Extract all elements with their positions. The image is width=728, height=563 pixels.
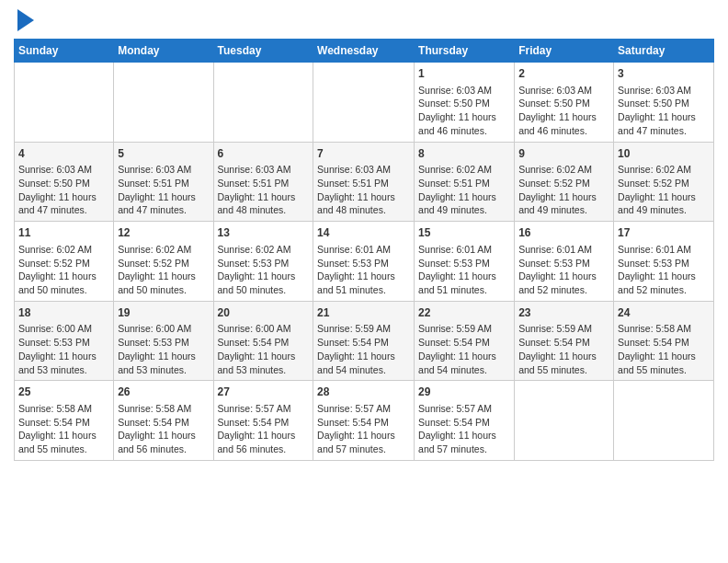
day-info: Sunrise: 6:02 AM Sunset: 5:52 PM Dayligh…	[18, 243, 109, 297]
calendar-cell: 20Sunrise: 6:00 AM Sunset: 5:54 PM Dayli…	[213, 301, 313, 381]
day-number: 17	[618, 225, 710, 241]
calendar-cell: 24Sunrise: 5:58 AM Sunset: 5:54 PM Dayli…	[614, 301, 714, 381]
calendar-cell: 16Sunrise: 6:01 AM Sunset: 5:53 PM Dayli…	[515, 222, 614, 302]
day-number: 28	[317, 385, 410, 400]
calendar-table: SundayMondayTuesdayWednesdayThursdayFrid…	[14, 39, 714, 461]
day-number: 24	[618, 305, 710, 321]
logo	[14, 9, 34, 31]
day-info: Sunrise: 6:02 AM Sunset: 5:52 PM Dayligh…	[118, 243, 209, 297]
calendar-cell: 13Sunrise: 6:02 AM Sunset: 5:53 PM Dayli…	[213, 222, 313, 302]
day-info: Sunrise: 6:03 AM Sunset: 5:51 PM Dayligh…	[218, 163, 310, 217]
calendar-cell: 8Sunrise: 6:02 AM Sunset: 5:51 PM Daylig…	[415, 142, 515, 222]
day-number: 20	[218, 305, 310, 321]
day-number: 15	[418, 225, 510, 241]
day-info: Sunrise: 6:02 AM Sunset: 5:52 PM Dayligh…	[618, 163, 710, 217]
calendar-cell: 1Sunrise: 6:03 AM Sunset: 5:50 PM Daylig…	[415, 63, 515, 143]
day-info: Sunrise: 5:59 AM Sunset: 5:54 PM Dayligh…	[418, 322, 510, 376]
calendar-cell: 19Sunrise: 6:00 AM Sunset: 5:53 PM Dayli…	[114, 301, 213, 381]
calendar-cell: 6Sunrise: 6:03 AM Sunset: 5:51 PM Daylig…	[213, 142, 313, 222]
calendar-cell: 26Sunrise: 5:58 AM Sunset: 5:54 PM Dayli…	[114, 381, 213, 461]
calendar-cell: 9Sunrise: 6:02 AM Sunset: 5:52 PM Daylig…	[515, 142, 614, 222]
day-number: 1	[418, 66, 510, 82]
day-info: Sunrise: 5:58 AM Sunset: 5:54 PM Dayligh…	[18, 402, 109, 456]
calendar-cell	[515, 381, 614, 461]
day-number: 21	[317, 305, 410, 321]
calendar-cell: 5Sunrise: 6:03 AM Sunset: 5:51 PM Daylig…	[114, 142, 213, 222]
day-number: 18	[18, 305, 109, 321]
calendar-cell: 29Sunrise: 5:57 AM Sunset: 5:54 PM Dayli…	[415, 381, 515, 461]
day-number: 7	[317, 146, 410, 162]
logo-arrow-icon	[17, 9, 34, 31]
calendar-cell: 11Sunrise: 6:02 AM Sunset: 5:52 PM Dayli…	[15, 222, 114, 302]
day-info: Sunrise: 6:03 AM Sunset: 5:51 PM Dayligh…	[118, 163, 209, 217]
day-info: Sunrise: 6:01 AM Sunset: 5:53 PM Dayligh…	[317, 243, 410, 297]
day-info: Sunrise: 6:02 AM Sunset: 5:51 PM Dayligh…	[418, 163, 510, 217]
day-info: Sunrise: 6:03 AM Sunset: 5:51 PM Dayligh…	[317, 163, 410, 217]
calendar-cell: 12Sunrise: 6:02 AM Sunset: 5:52 PM Dayli…	[114, 222, 213, 302]
calendar-cell	[15, 63, 114, 143]
day-info: Sunrise: 6:01 AM Sunset: 5:53 PM Dayligh…	[518, 243, 609, 297]
weekday-header-friday: Friday	[515, 40, 614, 63]
day-info: Sunrise: 6:00 AM Sunset: 5:53 PM Dayligh…	[118, 322, 209, 376]
day-number: 11	[18, 225, 109, 241]
day-info: Sunrise: 6:02 AM Sunset: 5:53 PM Dayligh…	[218, 243, 310, 297]
weekday-header-tuesday: Tuesday	[213, 40, 313, 63]
day-info: Sunrise: 6:03 AM Sunset: 5:50 PM Dayligh…	[18, 163, 109, 217]
day-info: Sunrise: 6:03 AM Sunset: 5:50 PM Dayligh…	[618, 84, 710, 138]
weekday-header-sunday: Sunday	[15, 40, 114, 63]
calendar-cell: 27Sunrise: 5:57 AM Sunset: 5:54 PM Dayli…	[213, 381, 313, 461]
day-number: 26	[118, 385, 209, 400]
calendar-cell: 23Sunrise: 5:59 AM Sunset: 5:54 PM Dayli…	[515, 301, 614, 381]
calendar-cell: 18Sunrise: 6:00 AM Sunset: 5:53 PM Dayli…	[15, 301, 114, 381]
day-info: Sunrise: 5:57 AM Sunset: 5:54 PM Dayligh…	[218, 402, 310, 456]
weekday-header-wednesday: Wednesday	[313, 40, 415, 63]
calendar-cell	[114, 63, 213, 143]
day-number: 9	[518, 146, 609, 162]
day-number: 25	[18, 385, 109, 400]
weekday-header-thursday: Thursday	[415, 40, 515, 63]
day-info: Sunrise: 6:03 AM Sunset: 5:50 PM Dayligh…	[418, 84, 510, 138]
calendar-cell: 22Sunrise: 5:59 AM Sunset: 5:54 PM Dayli…	[415, 301, 515, 381]
day-info: Sunrise: 5:57 AM Sunset: 5:54 PM Dayligh…	[317, 402, 410, 456]
day-number: 8	[418, 146, 510, 162]
day-number: 10	[618, 146, 710, 162]
day-number: 5	[118, 146, 209, 162]
day-info: Sunrise: 5:58 AM Sunset: 5:54 PM Dayligh…	[118, 402, 209, 456]
day-info: Sunrise: 6:00 AM Sunset: 5:53 PM Dayligh…	[18, 322, 109, 376]
day-number: 23	[518, 305, 609, 321]
weekday-header-saturday: Saturday	[614, 40, 714, 63]
day-number: 4	[18, 146, 109, 162]
day-number: 12	[118, 225, 209, 241]
day-info: Sunrise: 6:03 AM Sunset: 5:50 PM Dayligh…	[518, 84, 609, 138]
day-number: 6	[218, 146, 310, 162]
calendar-cell: 2Sunrise: 6:03 AM Sunset: 5:50 PM Daylig…	[515, 63, 614, 143]
day-info: Sunrise: 6:00 AM Sunset: 5:54 PM Dayligh…	[218, 322, 310, 376]
calendar-cell	[313, 63, 415, 143]
calendar-cell	[213, 63, 313, 143]
day-info: Sunrise: 6:01 AM Sunset: 5:53 PM Dayligh…	[418, 243, 510, 297]
calendar-cell: 28Sunrise: 5:57 AM Sunset: 5:54 PM Dayli…	[313, 381, 415, 461]
day-number: 16	[518, 225, 609, 241]
day-info: Sunrise: 6:02 AM Sunset: 5:52 PM Dayligh…	[518, 163, 609, 217]
calendar-cell	[614, 381, 714, 461]
day-number: 3	[618, 66, 710, 82]
day-info: Sunrise: 5:59 AM Sunset: 5:54 PM Dayligh…	[518, 322, 609, 376]
calendar-cell: 14Sunrise: 6:01 AM Sunset: 5:53 PM Dayli…	[313, 222, 415, 302]
day-number: 2	[518, 66, 609, 82]
day-number: 19	[118, 305, 209, 321]
header	[14, 9, 714, 31]
calendar-cell: 21Sunrise: 5:59 AM Sunset: 5:54 PM Dayli…	[313, 301, 415, 381]
calendar-cell: 7Sunrise: 6:03 AM Sunset: 5:51 PM Daylig…	[313, 142, 415, 222]
calendar-cell: 15Sunrise: 6:01 AM Sunset: 5:53 PM Dayli…	[415, 222, 515, 302]
calendar-cell: 3Sunrise: 6:03 AM Sunset: 5:50 PM Daylig…	[614, 63, 714, 143]
day-info: Sunrise: 5:58 AM Sunset: 5:54 PM Dayligh…	[618, 322, 710, 376]
day-info: Sunrise: 5:59 AM Sunset: 5:54 PM Dayligh…	[317, 322, 410, 376]
calendar-cell: 17Sunrise: 6:01 AM Sunset: 5:53 PM Dayli…	[614, 222, 714, 302]
calendar-cell: 10Sunrise: 6:02 AM Sunset: 5:52 PM Dayli…	[614, 142, 714, 222]
day-info: Sunrise: 5:57 AM Sunset: 5:54 PM Dayligh…	[418, 402, 510, 456]
day-number: 14	[317, 225, 410, 241]
day-info: Sunrise: 6:01 AM Sunset: 5:53 PM Dayligh…	[618, 243, 710, 297]
weekday-header-monday: Monday	[114, 40, 213, 63]
day-number: 29	[418, 385, 510, 400]
day-number: 27	[218, 385, 310, 400]
